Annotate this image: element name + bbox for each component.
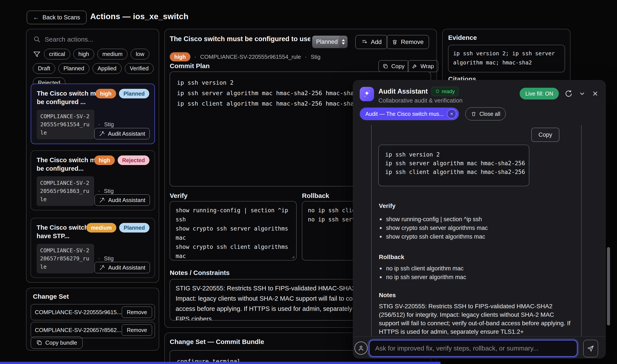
- audit-assistant-button[interactable]: Audit Assistant: [94, 195, 150, 206]
- assistant-messages[interactable]: Copy ip ssh version 2 ip ssh server algo…: [359, 125, 600, 336]
- actions-sidebar: Search actions... critical high medium l…: [26, 29, 159, 283]
- message-verify-heading: Verify: [379, 202, 395, 209]
- chevron-down-icon[interactable]: [578, 90, 586, 97]
- add-to-list-icon: [361, 39, 368, 45]
- ready-status-badge: ready: [432, 87, 458, 96]
- copy-bundle-label: Copy bundle: [45, 339, 77, 346]
- trash-icon: [392, 39, 398, 45]
- separator-dot: ·: [305, 53, 307, 60]
- copy-icon: [383, 63, 388, 69]
- rollback-heading: Rollback: [302, 192, 329, 199]
- chip-draft[interactable]: Draft: [33, 63, 55, 74]
- status-badge: Planned: [119, 89, 149, 98]
- detail-meta: high · COMPLIANCE-SV-220555r961554_rule …: [170, 52, 321, 61]
- change-set-item-id: COMPLIANCE-SV-220555r9615...: [35, 309, 121, 316]
- copy-message-button[interactable]: Copy: [531, 128, 559, 142]
- remove-item-button[interactable]: Remove: [122, 307, 152, 318]
- search-input[interactable]: Search actions...: [33, 36, 93, 43]
- paper-plane-icon: [587, 345, 594, 352]
- change-set-panel: Change Set COMPLIANCE-SV-220555r9615... …: [26, 288, 159, 351]
- trash-icon: [471, 111, 476, 117]
- select-arrows-icon: [339, 36, 348, 48]
- magic-wand-icon: [99, 197, 105, 203]
- change-set-title: Change Set: [33, 293, 69, 300]
- action-card[interactable]: The Cisco switch must be configured... h…: [31, 150, 155, 210]
- chip-high[interactable]: high: [73, 49, 94, 59]
- action-card[interactable]: The Cisco switch must be configured ... …: [31, 84, 155, 144]
- list-item: no ip ssh server algorithm mac: [380, 273, 466, 282]
- rule-id-chip: COMPLIANCE-SV-220565r961863_rule: [37, 176, 94, 206]
- chip-planned[interactable]: Planned: [58, 63, 89, 74]
- page-title: Actions — ios_xe_switch: [90, 12, 188, 21]
- filter-icon: [33, 50, 41, 58]
- magic-wand-icon: [99, 131, 105, 137]
- close-icon[interactable]: [591, 90, 599, 97]
- status-select-value: Planned: [312, 39, 339, 45]
- status-badge: Rejected: [118, 156, 149, 165]
- list-item: show running-config | section ^ip ssh: [380, 215, 488, 224]
- refresh-icon[interactable]: [564, 90, 573, 98]
- assistant-chat-input[interactable]: Ask for improved fix, verify steps, roll…: [369, 340, 577, 357]
- change-set-item: COMPLIANCE-SV-220657r8562... Remove: [31, 322, 155, 338]
- severity-badge: medium: [86, 223, 116, 233]
- separator-dot: ·: [98, 255, 100, 262]
- add-label: Add: [371, 39, 382, 46]
- verify-heading: Verify: [170, 192, 188, 199]
- assistant-session-tab[interactable]: Audit — The Cisco switch mus...: [360, 107, 459, 120]
- wrap-button[interactable]: Wrap: [408, 60, 438, 72]
- chip-low[interactable]: low: [131, 49, 149, 59]
- message-code: ip ssh version 2 ip ssh server algorithm…: [379, 145, 529, 182]
- assistant-subtitle: Collaborative audit & verification: [378, 97, 463, 104]
- status-select[interactable]: Planned: [312, 36, 348, 48]
- audit-assistant-label: Audit Assistant: [108, 197, 145, 204]
- search-placeholder: Search actions...: [45, 36, 93, 43]
- search-icon: [33, 36, 41, 43]
- copy-label: Copy: [391, 63, 404, 70]
- audit-assistant-button[interactable]: Audit Assistant: [94, 128, 150, 139]
- list-item: show crypto ssh server algorithms mac: [380, 224, 488, 232]
- remove-button[interactable]: Remove: [386, 35, 429, 49]
- evidence-heading: Evidence: [448, 34, 477, 41]
- rule-id: COMPLIANCE-SV-220555r961554_rule: [200, 53, 301, 60]
- list-item: show crypto ssh client algorithms mac: [380, 232, 488, 241]
- chat-input-placeholder: Ask for improved fix, verify steps, roll…: [375, 345, 538, 352]
- copy-commit-button[interactable]: Copy: [378, 60, 409, 72]
- copy-icon: [36, 340, 42, 346]
- verify-text: show running-config | section ^ip ssh sh…: [170, 201, 296, 260]
- chip-medium[interactable]: medium: [97, 49, 127, 59]
- copy-bundle-button[interactable]: Copy bundle: [31, 337, 82, 349]
- close-all-button[interactable]: Close all: [465, 107, 506, 120]
- verify-textarea[interactable]: show running-config | section ^ip ssh sh…: [170, 201, 296, 260]
- send-button[interactable]: [583, 340, 598, 357]
- source-label: Stig: [104, 188, 114, 195]
- remove-item-button[interactable]: Remove: [122, 324, 152, 336]
- message-notes-text: STIG SV-220555: Restricts SSH to FIPS-va…: [379, 302, 571, 336]
- source-label: Stig: [104, 121, 114, 128]
- severity-filter-row: critical high medium low: [33, 49, 149, 59]
- audit-assistant-label: Audit Assistant: [108, 130, 145, 137]
- audit-assistant-button[interactable]: Audit Assistant: [94, 262, 150, 273]
- close-tab-icon[interactable]: [447, 109, 456, 118]
- page-scrollbar-thumb[interactable]: [607, 247, 610, 325]
- assistant-sparkle-icon: [360, 87, 374, 101]
- chip-verified[interactable]: Verified: [125, 63, 154, 74]
- assistant-title: Audit Assistant: [378, 88, 428, 95]
- add-button[interactable]: Add: [355, 35, 388, 49]
- ready-label: ready: [442, 88, 455, 94]
- resize-handle[interactable]: [290, 254, 295, 259]
- back-to-scans-button[interactable]: ← Back to Scans: [27, 11, 86, 24]
- live-fill-toggle[interactable]: Live fill: ON: [520, 88, 559, 100]
- magic-wand-icon: [99, 264, 105, 271]
- message-rollback-heading: Rollback: [379, 254, 404, 260]
- separator-dot: ·: [194, 53, 196, 60]
- action-card[interactable]: The Cisco switch must have STP... medium…: [31, 218, 155, 278]
- back-label: Back to Scans: [42, 14, 80, 21]
- status-filter-row: Draft Planned Applied Verified: [33, 63, 154, 74]
- status-badge: Planned: [119, 223, 149, 233]
- commit-bundle-heading: Change Set — Commit Bundle: [170, 338, 264, 346]
- message-code-block: ip ssh version 2 ip ssh server algorithm…: [378, 145, 529, 186]
- divider: [353, 336, 605, 337]
- chip-critical[interactable]: critical: [44, 49, 70, 59]
- detail-title: The Cisco switch must be configured to u…: [170, 35, 310, 43]
- chip-applied[interactable]: Applied: [93, 63, 121, 74]
